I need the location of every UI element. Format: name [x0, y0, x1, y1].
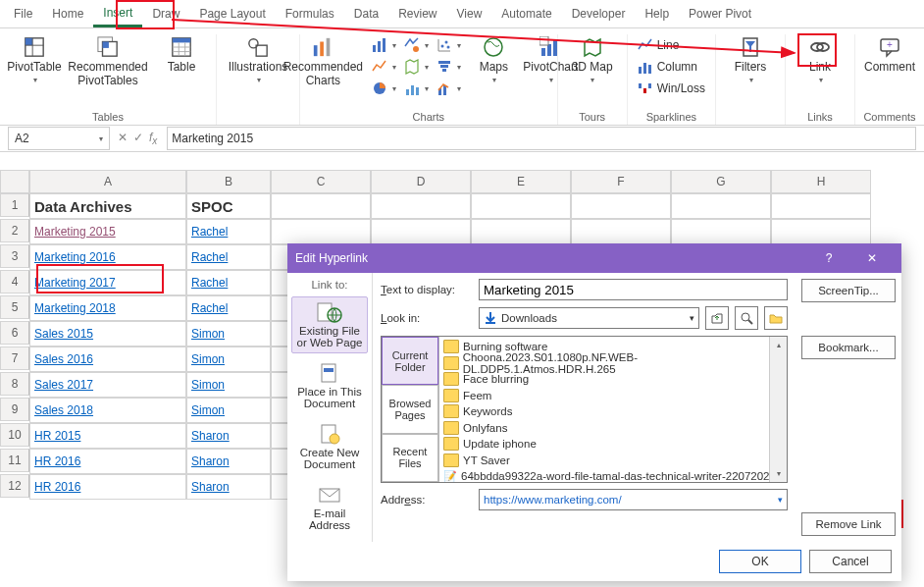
row-6[interactable]: 6: [0, 321, 29, 345]
cell-empty[interactable]: [371, 193, 471, 219]
cell-B1[interactable]: SPOC: [186, 193, 271, 219]
file-item[interactable]: Feem: [441, 388, 785, 404]
hyperlink[interactable]: Sales 2018: [34, 403, 93, 417]
cell-B8[interactable]: Simon: [186, 372, 271, 398]
cell-empty[interactable]: [771, 193, 871, 219]
hyperlink[interactable]: Sales 2015: [34, 327, 93, 341]
dialog-close-button[interactable]: ✕: [850, 251, 894, 265]
file-item[interactable]: Onlyfans: [441, 420, 785, 437]
row-3[interactable]: 3: [0, 244, 29, 268]
tab-browsed-pages[interactable]: Browsed Pages: [382, 385, 438, 433]
cell-B10[interactable]: Sharon: [186, 423, 271, 449]
formula-bar[interactable]: Marketing 2015: [167, 127, 916, 150]
sparkline-col-button[interactable]: Column: [638, 58, 705, 76]
cell-A8[interactable]: Sales 2017: [29, 372, 186, 398]
tab-automate[interactable]: Automate: [491, 2, 561, 26]
cell-empty[interactable]: [671, 193, 771, 219]
hyperlink[interactable]: Marketing 2015: [34, 225, 116, 239]
up-folder-button[interactable]: [705, 306, 729, 330]
text-to-display-input[interactable]: [479, 279, 788, 300]
chart-bar-button[interactable]: ▾: [372, 36, 396, 54]
cell-B5[interactable]: Rachel: [186, 295, 271, 321]
hyperlink[interactable]: Sharon: [191, 429, 230, 443]
row-12[interactable]: 12: [0, 474, 29, 498]
hyperlink[interactable]: Sales 2016: [34, 352, 93, 366]
hyperlink[interactable]: Sharon: [191, 454, 230, 468]
cell-B9[interactable]: Simon: [186, 398, 271, 423]
tab-power-pivot[interactable]: Power Pivot: [679, 2, 761, 26]
hyperlink[interactable]: HR 2016: [34, 454, 80, 468]
tab-data[interactable]: Data: [344, 2, 388, 26]
tab-home[interactable]: Home: [42, 2, 93, 26]
hyperlink[interactable]: Simon: [191, 327, 225, 341]
enter-fx-icon[interactable]: ✓: [133, 131, 143, 146]
map3d-button[interactable]: 3D Map▾: [564, 34, 621, 87]
hyperlink[interactable]: Simon: [191, 378, 225, 392]
cell-A1[interactable]: Data Archives: [29, 193, 186, 219]
file-item[interactable]: Update iphone: [441, 436, 785, 453]
cell-A5[interactable]: Marketing 2018: [29, 295, 186, 321]
col-D[interactable]: D: [371, 170, 471, 193]
recommended-charts-button[interactable]: Recommended Charts: [278, 34, 368, 90]
link-button[interactable]: Link▾: [792, 34, 848, 87]
browse-web-button[interactable]: [735, 306, 758, 330]
bookmark-button[interactable]: Bookmark...: [801, 336, 896, 359]
hyperlink[interactable]: Simon: [191, 352, 225, 366]
cell-B3[interactable]: Rachel: [186, 244, 271, 270]
hyperlink[interactable]: Rachel: [191, 301, 228, 315]
cell-A12[interactable]: HR 2016: [29, 474, 186, 500]
linkto-place-card[interactable]: Place in This Document: [291, 357, 368, 414]
select-all-cell[interactable]: [0, 170, 29, 193]
comment-button[interactable]: + Comment: [861, 34, 918, 76]
table-button[interactable]: Table: [153, 34, 210, 90]
tab-view[interactable]: View: [447, 2, 492, 26]
linkto-web-card[interactable]: Existing File or Web Page: [291, 296, 368, 353]
cell-B12[interactable]: Sharon: [186, 474, 271, 500]
cancel-fx-icon[interactable]: ✕: [118, 131, 128, 146]
cell-empty[interactable]: [471, 219, 571, 244]
cell-A6[interactable]: Sales 2015: [29, 321, 186, 347]
hyperlink[interactable]: Rachel: [191, 225, 228, 239]
tab-formulas[interactable]: Formulas: [276, 2, 344, 26]
tab-draw[interactable]: Draw: [142, 2, 189, 26]
tab-page-layout[interactable]: Page Layout: [189, 2, 275, 26]
fx-icon[interactable]: fx: [149, 131, 157, 146]
tab-developer[interactable]: Developer: [562, 2, 636, 26]
cell-empty[interactable]: [471, 193, 571, 219]
cell-A2[interactable]: Marketing 2015: [29, 219, 186, 244]
cell-empty[interactable]: [571, 193, 671, 219]
chart-scatter-button[interactable]: ▾: [436, 36, 461, 54]
cell-empty[interactable]: [571, 219, 671, 244]
tab-help[interactable]: Help: [635, 2, 679, 26]
col-B[interactable]: B: [186, 170, 271, 193]
tab-file[interactable]: File: [4, 2, 42, 26]
hyperlink[interactable]: HR 2015: [34, 429, 80, 443]
cell-empty[interactable]: [271, 193, 371, 219]
tab-recent-files[interactable]: Recent Files: [382, 434, 438, 482]
hyperlink[interactable]: Rachel: [191, 250, 228, 264]
dialog-help-button[interactable]: ?: [807, 251, 850, 265]
file-scrollbar[interactable]: ▴▾: [769, 337, 787, 482]
cell-B2[interactable]: Rachel: [186, 219, 271, 244]
hyperlink[interactable]: Marketing 2018: [34, 301, 116, 315]
row-11[interactable]: 11: [0, 449, 29, 472]
linkto-new-card[interactable]: Create New Document: [291, 418, 368, 475]
maps-button[interactable]: Maps▾: [465, 34, 522, 87]
address-input[interactable]: https://www.marketing.com/▾: [479, 489, 788, 500]
chart-pie-button[interactable]: ▾: [372, 80, 396, 97]
hyperlink[interactable]: Simon: [191, 403, 225, 417]
lookin-combo[interactable]: Downloads▾: [479, 307, 699, 329]
col-H[interactable]: H: [771, 170, 871, 193]
row-10[interactable]: 10: [0, 423, 29, 447]
file-item[interactable]: Choona.2023.S01.1080p.NF.WEB-DL.DDP5.1.A…: [441, 355, 785, 372]
row-7[interactable]: 7: [0, 347, 29, 370]
cell-B11[interactable]: Sharon: [186, 449, 271, 474]
chart-map-button[interactable]: ▾: [404, 58, 429, 76]
chart-combo-button[interactable]: ▾: [436, 80, 461, 97]
hyperlink[interactable]: Sales 2017: [34, 378, 93, 392]
col-F[interactable]: F: [571, 170, 671, 193]
cell-empty[interactable]: [671, 219, 771, 244]
sparkline-wl-button[interactable]: Win/Loss: [638, 80, 705, 97]
chart-hier-button[interactable]: ▾: [404, 36, 429, 54]
cell-A4[interactable]: Marketing 2017: [29, 270, 186, 295]
